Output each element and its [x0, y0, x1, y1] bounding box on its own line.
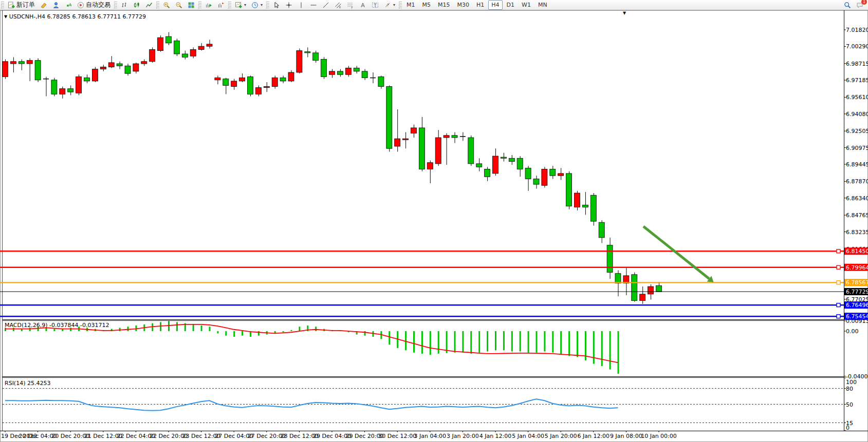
periods-button[interactable]: ▾	[249, 0, 265, 10]
tab-m1[interactable]: M1	[403, 0, 418, 10]
tab-m30[interactable]: M30	[454, 0, 473, 10]
svg-text:5 Jan 04:00: 5 Jan 04:00	[512, 433, 544, 439]
indicators-button[interactable]: ▾	[233, 0, 248, 10]
line-chart-icon	[145, 2, 153, 9]
chart-title-collapse-icon[interactable]: ▼	[4, 14, 7, 19]
svg-text:7.01820: 7.01820	[846, 27, 868, 33]
tab-h4[interactable]: H4	[488, 0, 502, 10]
tab-m15[interactable]: M15	[435, 0, 453, 10]
equidistant-channel-button[interactable]: E	[333, 0, 344, 10]
search-icon	[844, 2, 851, 9]
notifications-button[interactable]: 1	[854, 0, 865, 10]
svg-text:6.98715: 6.98715	[846, 61, 868, 67]
trendline-button[interactable]	[320, 0, 331, 10]
svg-text:5 Jan 20:00: 5 Jan 20:00	[545, 433, 577, 439]
toolbar-grip	[1, 2, 4, 9]
pane-borders	[0, 10, 868, 442]
periods-clock-icon	[251, 2, 258, 9]
tab-h1[interactable]: H1	[473, 0, 487, 10]
candlestick-chart-button[interactable]	[131, 0, 142, 10]
arrows-button[interactable]: ▾	[382, 0, 397, 10]
cursor-button[interactable]	[271, 0, 282, 10]
svg-text:T: T	[374, 3, 377, 8]
styler-icon	[40, 2, 47, 9]
text-icon: A	[359, 2, 366, 9]
text-button[interactable]: A	[357, 0, 368, 10]
equidistant-channel-icon: E	[335, 2, 342, 9]
svg-text:80: 80	[846, 386, 853, 392]
tab-mn[interactable]: MN	[535, 0, 550, 10]
chart-ohlc: 6.78285 6.78613 6.77711 6.77729	[47, 13, 146, 20]
chevron-down-icon: ▾	[393, 3, 395, 7]
svg-text:6.77729: 6.77729	[846, 289, 868, 295]
toolbar-grip	[399, 2, 402, 9]
new-order-icon	[8, 2, 15, 9]
new-order-label: 新订单	[16, 1, 35, 9]
rsi-indicator-label: RSI(14) 25.4253	[5, 380, 50, 387]
rsi-name: RSI(14)	[5, 380, 25, 387]
zoom-out-button[interactable]	[173, 0, 184, 10]
cursor-icon	[273, 2, 280, 9]
text-label-icon: T	[372, 2, 379, 9]
svg-text:0.00: 0.00	[846, 328, 859, 335]
line-chart-button[interactable]	[143, 0, 155, 10]
chart-shift-marker-icon[interactable]: ▼	[623, 11, 626, 15]
indicators-icon	[235, 2, 242, 9]
svg-text:6.90975: 6.90975	[846, 145, 868, 151]
vertical-line-icon	[298, 2, 305, 9]
trendline-icon	[322, 2, 329, 9]
chart-shift-button[interactable]	[215, 0, 227, 10]
auto-trading-icon	[77, 2, 84, 9]
svg-text:0: 0	[846, 425, 849, 431]
zoom-in-icon	[163, 2, 170, 9]
profiles-button[interactable]	[50, 0, 62, 10]
auto-trading-label: 自动交易	[86, 1, 110, 9]
signals-icon	[65, 2, 72, 9]
fibonacci-button[interactable]: F	[345, 0, 356, 10]
chart-symbol-period: USDCNH-,H4	[9, 13, 45, 20]
auto-trading-button[interactable]: 自动交易	[75, 0, 113, 10]
svg-text:6.79964: 6.79964	[846, 264, 868, 271]
vertical-line-button[interactable]	[296, 0, 307, 10]
tab-d1[interactable]: D1	[504, 0, 518, 10]
tile-windows-button[interactable]	[186, 0, 197, 10]
tile-windows-icon	[188, 2, 195, 9]
svg-text:6.86340: 6.86340	[846, 195, 868, 202]
profiles-icon	[52, 2, 60, 9]
horizontal-line-icon	[310, 2, 317, 9]
search-button[interactable]	[842, 0, 853, 10]
svg-text:9 Jan 08:00: 9 Jan 08:00	[610, 433, 642, 439]
text-label-button[interactable]: T	[370, 0, 381, 10]
styler-button[interactable]	[38, 0, 49, 10]
bar-chart-button[interactable]	[119, 0, 130, 10]
toolbar-grip	[198, 2, 201, 9]
new-order-button[interactable]: 新订单	[6, 0, 37, 10]
zoom-in-button[interactable]	[161, 0, 172, 10]
svg-text:6 Jan 12:00: 6 Jan 12:00	[577, 433, 610, 439]
auto-scroll-button[interactable]	[203, 0, 214, 10]
tab-w1[interactable]: W1	[519, 0, 534, 10]
svg-text:10 Jan 00:00: 10 Jan 00:00	[641, 433, 677, 439]
bar-chart-icon	[121, 2, 128, 9]
svg-text:6.95610: 6.95610	[846, 94, 868, 101]
svg-text:3 Jan 04:00: 3 Jan 04:00	[414, 433, 446, 439]
svg-text:6.76496: 6.76496	[846, 302, 868, 309]
toolbar-grip	[228, 2, 231, 9]
svg-text:3 Jan 20:00: 3 Jan 20:00	[447, 433, 479, 439]
chart-canvas[interactable]: 7.018207.002906.987156.971856.956106.940…	[0, 10, 868, 442]
svg-text:100: 100	[846, 379, 857, 386]
macd-indicator-label: MACD(12,26,9) -0.037844 -0.031712	[5, 322, 109, 329]
svg-text:6.89445: 6.89445	[846, 161, 868, 168]
svg-text:6.94080: 6.94080	[846, 111, 868, 118]
crosshair-button[interactable]	[283, 0, 294, 10]
svg-text:E: E	[339, 6, 341, 9]
arrows-icon	[384, 2, 391, 9]
auto-scroll-icon	[205, 2, 212, 9]
notification-count-badge: 1	[861, 0, 867, 5]
horizontal-line-button[interactable]	[308, 0, 319, 10]
svg-text:F: F	[352, 6, 353, 9]
signals-button[interactable]	[63, 0, 74, 10]
svg-text:4 Jan 12:00: 4 Jan 12:00	[479, 433, 512, 439]
tab-m5[interactable]: M5	[419, 0, 434, 10]
toolbar: 新订单 自动交易	[0, 0, 868, 10]
